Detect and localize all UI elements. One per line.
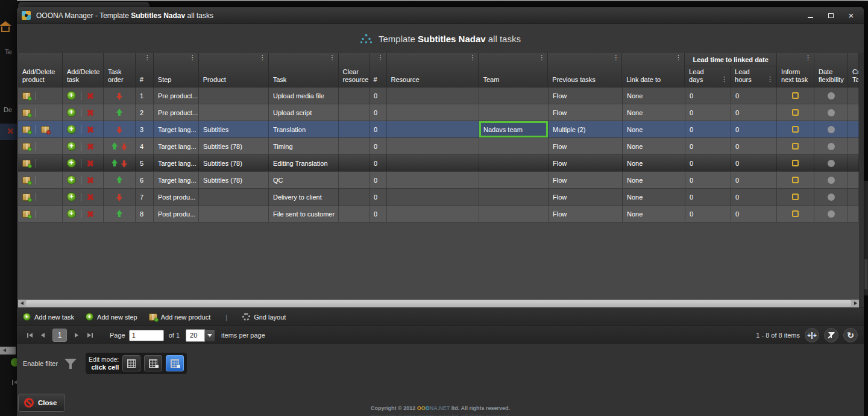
- move-up-icon[interactable]: [116, 210, 123, 218]
- maximize-button[interactable]: [823, 10, 838, 22]
- header-cell-resource[interactable]: ⋮Resource: [387, 53, 479, 87]
- cell-link[interactable]: None: [623, 138, 685, 154]
- cell-inform[interactable]: [777, 189, 814, 205]
- column-menu-icon[interactable]: ⋮: [259, 54, 266, 61]
- move-up-icon[interactable]: [116, 176, 123, 184]
- table-row[interactable]: 5Target lang...Subtitles (78)Editing Tra…: [18, 155, 859, 172]
- cell-task[interactable]: File sent to customer: [269, 206, 339, 222]
- cell-num2[interactable]: 0: [370, 189, 387, 205]
- current-page-button[interactable]: 1: [52, 329, 67, 342]
- add-product-icon[interactable]: [22, 160, 31, 167]
- cell-link[interactable]: None: [623, 206, 685, 222]
- cell-clear[interactable]: [339, 155, 370, 171]
- cell-lead_days[interactable]: 0: [685, 172, 731, 188]
- cell-step[interactable]: Post produ...: [154, 189, 199, 205]
- delete-task-icon[interactable]: [86, 177, 93, 184]
- cell-task_order[interactable]: [104, 172, 136, 188]
- cell-team[interactable]: [479, 87, 549, 104]
- cell-task_order[interactable]: [104, 206, 136, 222]
- first-page-button[interactable]: [23, 329, 36, 341]
- cell-clear[interactable]: [339, 138, 370, 154]
- cell-task[interactable]: Editing Translation: [269, 155, 339, 171]
- cell-task_order[interactable]: [104, 104, 136, 121]
- header-cell-add_del_task[interactable]: Add/Delete task: [63, 53, 104, 87]
- cell-task[interactable]: Timing: [269, 138, 339, 154]
- cell-add_del_task[interactable]: [63, 138, 104, 154]
- cell-task[interactable]: Delivery to client: [269, 189, 339, 205]
- cell-clear[interactable]: [339, 87, 370, 104]
- cell-num2[interactable]: 0: [370, 206, 387, 222]
- table-row[interactable]: 8Post produ...File sent to customer0Flow…: [18, 206, 859, 222]
- date-flexibility-indicator[interactable]: [828, 109, 835, 116]
- cell-step[interactable]: Target lang...: [154, 138, 199, 154]
- cell-team[interactable]: [479, 206, 549, 222]
- header-cell-prev[interactable]: ⋮Previous tasks: [548, 53, 622, 87]
- cell-add_del_product[interactable]: [18, 104, 63, 121]
- column-menu-icon[interactable]: ⋮: [144, 54, 151, 61]
- column-menu-icon[interactable]: ⋮: [767, 75, 773, 83]
- add-task-icon[interactable]: [67, 108, 76, 117]
- cell-resource[interactable]: [387, 172, 479, 188]
- add-task-icon[interactable]: [67, 209, 76, 218]
- move-down-icon[interactable]: [116, 92, 123, 100]
- column-menu-icon[interactable]: ⋮: [612, 54, 619, 61]
- scroll-left-arrow[interactable]: [18, 300, 26, 307]
- cell-step[interactable]: Target lang...: [154, 121, 199, 137]
- table-row[interactable]: 3Target lang...SubtitlesTranslation0Nada…: [18, 121, 859, 138]
- cell-critical[interactable]: [848, 87, 859, 104]
- cell-critical[interactable]: [848, 138, 859, 154]
- cell-product[interactable]: [199, 87, 269, 104]
- cell-inform[interactable]: [777, 172, 814, 188]
- add-product-icon[interactable]: [22, 126, 31, 133]
- table-row[interactable]: 4Target lang...Subtitles (78)Timing0Flow…: [18, 138, 859, 155]
- cell-task[interactable]: Upload script: [269, 104, 339, 121]
- move-up-icon[interactable]: [116, 109, 123, 117]
- column-menu-icon[interactable]: ⋮: [805, 54, 811, 61]
- cell-prev[interactable]: Flow: [549, 172, 623, 188]
- delete-task-icon[interactable]: [86, 143, 93, 150]
- cell-team[interactable]: [479, 138, 549, 154]
- cell-task_order[interactable]: [104, 138, 136, 154]
- cell-link[interactable]: None: [623, 189, 685, 205]
- cell-inform[interactable]: [777, 87, 814, 104]
- cell-lead_days[interactable]: 0: [685, 87, 731, 104]
- header-cell-lead_hours[interactable]: Lead hours⋮: [731, 66, 776, 87]
- header-cell-clear[interactable]: Clear resource: [339, 53, 370, 87]
- cell-resource[interactable]: [387, 189, 479, 205]
- inform-next-task-checkbox[interactable]: [792, 143, 799, 150]
- header-cell-step[interactable]: ⋮Step: [154, 53, 199, 87]
- cell-link[interactable]: None: [623, 87, 685, 104]
- window-titlebar[interactable]: OOONA Manager - Template Subtitles Nadav…: [17, 7, 864, 24]
- header-cell-task[interactable]: ⋮Task: [269, 53, 339, 87]
- date-flexibility-indicator[interactable]: [828, 143, 835, 150]
- move-down-icon[interactable]: [121, 142, 128, 151]
- cell-prev[interactable]: Flow: [549, 189, 623, 205]
- cell-step[interactable]: Pre product...: [154, 104, 199, 121]
- cell-add_del_task[interactable]: [63, 206, 104, 222]
- add-product-icon[interactable]: [22, 92, 31, 99]
- cell-inform[interactable]: [777, 104, 814, 121]
- cell-num[interactable]: 7: [136, 189, 154, 205]
- cell-num2[interactable]: 0: [370, 87, 387, 104]
- add-task-icon[interactable]: [67, 175, 76, 184]
- cell-date_flex[interactable]: [814, 172, 848, 188]
- move-up-icon[interactable]: [112, 159, 118, 168]
- delete-product-icon[interactable]: [41, 126, 49, 133]
- add-task-icon[interactable]: [67, 125, 76, 134]
- page-size-caret-button[interactable]: [205, 329, 215, 342]
- move-down-icon[interactable]: [116, 193, 123, 201]
- cell-num[interactable]: 3: [136, 121, 154, 137]
- add-product-icon[interactable]: [22, 194, 31, 201]
- previous-page-button[interactable]: [36, 329, 49, 341]
- cell-critical[interactable]: [848, 172, 859, 188]
- add-new-product-button[interactable]: Add new product: [149, 314, 211, 321]
- inform-next-task-checkbox[interactable]: [792, 92, 799, 99]
- cell-inform[interactable]: [777, 121, 814, 137]
- refresh-button[interactable]: ↻: [843, 328, 858, 342]
- cell-lead_days[interactable]: 0: [685, 104, 731, 121]
- cell-task[interactable]: QC: [269, 172, 339, 188]
- add-product-icon[interactable]: [22, 210, 31, 218]
- cell-num[interactable]: 1: [136, 87, 154, 104]
- cell-step[interactable]: Target lang...: [154, 172, 199, 188]
- header-cell-date_flex[interactable]: Date flexibility: [814, 53, 848, 87]
